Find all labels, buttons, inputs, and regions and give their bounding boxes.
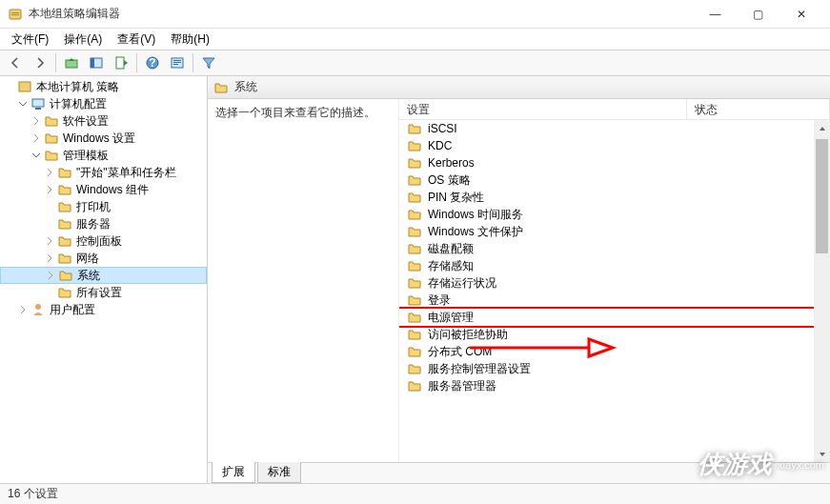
- svg-text:?: ?: [149, 56, 155, 70]
- help-button[interactable]: ?: [141, 51, 164, 74]
- folder-icon: [44, 113, 59, 129]
- titlebar: 本地组策略编辑器 — ▢ ✕: [0, 0, 830, 29]
- show-hide-tree-button[interactable]: [85, 51, 108, 74]
- list-item[interactable]: 磁盘配额: [399, 240, 814, 257]
- list-item[interactable]: 服务器管理器: [399, 377, 814, 394]
- expander-expand-icon[interactable]: [30, 132, 42, 144]
- list-header: 设置 状态: [399, 99, 830, 120]
- list-item[interactable]: 电源管理: [399, 309, 814, 326]
- tree-all-settings[interactable]: 所有设置: [0, 284, 207, 301]
- user-icon: [30, 302, 46, 317]
- list-item[interactable]: 服务控制管理器设置: [399, 360, 814, 377]
- tree-control-panel[interactable]: 控制面板: [0, 232, 207, 250]
- scroll-up-arrow-icon[interactable]: [814, 120, 830, 136]
- close-button[interactable]: ✕: [779, 0, 822, 29]
- menu-file[interactable]: 文件(F): [4, 30, 56, 50]
- expander-expand-icon[interactable]: [44, 184, 55, 195]
- app-icon: [8, 7, 23, 22]
- expander-collapse-icon[interactable]: [30, 150, 42, 161]
- folder-icon: [407, 292, 422, 308]
- svg-rect-14: [32, 99, 44, 107]
- list-items[interactable]: iSCSIKDCKerberosOS 策略PIN 复杂性Windows 时间服务…: [399, 120, 814, 462]
- tree-root[interactable]: 本地计算机 策略: [0, 78, 207, 95]
- window-title: 本地组策略编辑器: [29, 6, 694, 22]
- properties-button[interactable]: [166, 51, 189, 74]
- folder-icon: [407, 344, 422, 359]
- computer-icon: [30, 96, 46, 111]
- back-button[interactable]: [4, 51, 27, 74]
- tab-extended[interactable]: 扩展: [212, 462, 255, 483]
- export-button[interactable]: [110, 51, 132, 74]
- scroll-thumb[interactable]: [816, 139, 828, 253]
- toolbar-separator: [55, 53, 56, 72]
- expander-expand-icon[interactable]: [45, 270, 56, 281]
- folder-icon: [58, 268, 73, 283]
- tab-standard[interactable]: 标准: [257, 462, 301, 483]
- list-item[interactable]: PIN 复杂性: [399, 189, 814, 206]
- expander-expand-icon[interactable]: [44, 235, 55, 247]
- svg-rect-3: [66, 60, 77, 68]
- svg-rect-5: [91, 58, 94, 68]
- menu-help[interactable]: 帮助(H): [163, 30, 217, 50]
- tree-start-menu[interactable]: "开始"菜单和任务栏: [0, 164, 207, 181]
- folder-icon: [407, 327, 422, 342]
- tree-admin-templates[interactable]: 管理模板: [0, 147, 207, 164]
- list-item[interactable]: 访问被拒绝协助: [399, 326, 814, 343]
- folder-icon: [213, 80, 229, 95]
- list-item-label: 服务器管理器: [428, 378, 496, 394]
- list-item-label: 电源管理: [428, 310, 474, 326]
- expander-expand-icon[interactable]: [44, 252, 55, 264]
- tree-software-settings[interactable]: 软件设置: [0, 112, 207, 130]
- tree-pane[interactable]: 本地计算机 策略 计算机配置 软件设置 Windows 设置 管理模板 "开始"…: [0, 76, 208, 483]
- expander-expand-icon[interactable]: [44, 167, 55, 178]
- list-item-label: KDC: [428, 139, 452, 152]
- list-item[interactable]: 分布式 COM: [399, 343, 814, 360]
- policy-icon: [17, 79, 32, 94]
- maximize-button[interactable]: ▢: [737, 0, 779, 29]
- tree-user-config[interactable]: 用户配置: [0, 301, 207, 318]
- column-setting[interactable]: 设置: [399, 99, 687, 119]
- tree-printers[interactable]: 打印机: [0, 198, 207, 215]
- list-item[interactable]: 存储运行状况: [399, 274, 814, 292]
- list-item[interactable]: KDC: [399, 137, 814, 154]
- folder-icon: [407, 378, 422, 393]
- expander-collapse-icon[interactable]: [17, 98, 29, 110]
- minimize-button[interactable]: —: [694, 0, 737, 29]
- folder-icon: [57, 165, 72, 180]
- list-item[interactable]: Windows 文件保护: [399, 223, 814, 240]
- list-item[interactable]: iSCSI: [399, 120, 814, 137]
- column-state[interactable]: 状态: [687, 99, 830, 119]
- list-item[interactable]: Windows 时间服务: [399, 206, 814, 223]
- expander-expand-icon[interactable]: [17, 304, 29, 315]
- tree-server[interactable]: 服务器: [0, 215, 207, 232]
- tree-system[interactable]: 系统: [0, 267, 207, 284]
- list-item[interactable]: OS 策略: [399, 171, 814, 189]
- folder-icon: [407, 207, 422, 222]
- menu-view[interactable]: 查看(V): [110, 30, 163, 50]
- filter-button[interactable]: [197, 51, 220, 74]
- tree-computer-config[interactable]: 计算机配置: [0, 95, 207, 112]
- list-item[interactable]: 存储感知: [399, 257, 814, 274]
- folder-icon: [407, 224, 422, 239]
- list-item[interactable]: Kerberos: [399, 154, 814, 171]
- statusbar: 16 个设置: [0, 483, 830, 504]
- tree-windows-settings[interactable]: Windows 设置: [0, 130, 207, 147]
- expander-expand-icon[interactable]: [30, 115, 42, 127]
- menu-action[interactable]: 操作(A): [56, 30, 110, 50]
- tree-network[interactable]: 网络: [0, 250, 207, 267]
- tree-windows-components[interactable]: Windows 组件: [0, 181, 207, 198]
- svg-rect-6: [116, 57, 124, 69]
- forward-button[interactable]: [29, 51, 51, 74]
- description-column: 选择一个项目来查看它的描述。: [208, 99, 398, 462]
- svg-rect-10: [173, 60, 181, 61]
- list-item-label: 磁盘配额: [428, 241, 474, 257]
- list-item-label: 存储感知: [428, 258, 474, 274]
- up-button[interactable]: [60, 51, 83, 74]
- scroll-down-arrow-icon[interactable]: [814, 446, 830, 462]
- folder-icon: [407, 121, 422, 136]
- vertical-scrollbar[interactable]: [814, 120, 830, 462]
- list-item[interactable]: 登录: [399, 292, 814, 309]
- expander-icon[interactable]: [4, 81, 15, 92]
- list-item-label: PIN 复杂性: [428, 190, 484, 206]
- menubar: 文件(F) 操作(A) 查看(V) 帮助(H): [0, 29, 830, 50]
